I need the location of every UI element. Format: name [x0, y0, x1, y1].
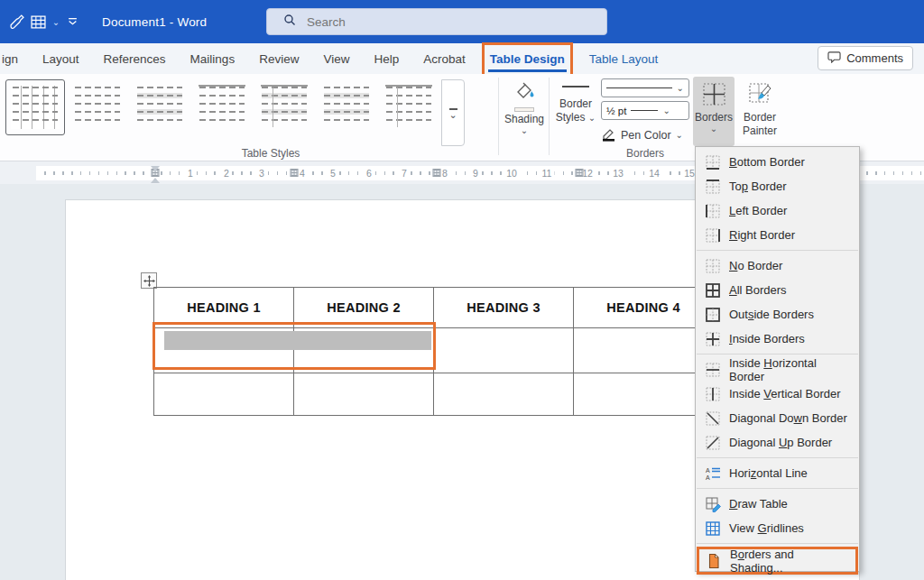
comments-button[interactable]: Comments: [818, 46, 913, 70]
svg-text:A: A: [706, 467, 710, 474]
table-style-thumbnail-selected[interactable]: [5, 79, 65, 135]
table-header-cell[interactable]: HEADING 2: [294, 288, 434, 328]
menu-item-no-border[interactable]: No Border: [696, 253, 859, 278]
search-bar[interactable]: [266, 8, 607, 35]
menu-item-draw-table[interactable]: Draw Table: [696, 492, 859, 516]
customize-quick-access-icon[interactable]: [63, 13, 81, 31]
borders-dropdown-button[interactable]: Borders ⌄: [693, 77, 735, 146]
menu-item-diagonal-up-border[interactable]: Diagonal Up Border: [696, 430, 859, 455]
menu-item-horizontal-line[interactable]: AA Horizontal Line: [696, 461, 859, 485]
tab-layout[interactable]: Layout: [42, 43, 79, 74]
format-painter-icon[interactable]: [7, 13, 25, 31]
menu-separator: [697, 354, 858, 354]
table-header-cell[interactable]: HEADING 1: [154, 288, 294, 328]
menu-item-view-gridlines[interactable]: View Gridlines: [696, 516, 859, 540]
table-cell[interactable]: [154, 373, 294, 416]
tab-mailings[interactable]: Mailings: [190, 43, 236, 74]
all-borders-icon: [705, 282, 721, 299]
table-cell[interactable]: [434, 328, 574, 373]
menu-item-borders-and-shading[interactable]: Borders and Shading...: [697, 547, 858, 575]
table-cell[interactable]: [434, 373, 574, 416]
svg-text:A: A: [706, 474, 710, 481]
line-weight-dropdown[interactable]: ½ pt ⌄: [601, 101, 689, 120]
line-style-sample: [606, 87, 672, 89]
menu-item-inside-horizontal-border[interactable]: Inside Horizontal Border: [696, 357, 859, 382]
window-title: Document1 - Word: [102, 0, 207, 43]
inside-vertical-border-icon: [705, 386, 721, 402]
border-styles-line-icon: [562, 86, 589, 87]
table-styles-more-button[interactable]: ⌄: [441, 79, 465, 146]
tab-references[interactable]: References: [104, 43, 166, 74]
border-painter-button[interactable]: Border Painter: [737, 77, 782, 137]
selected-cells-highlight: [164, 331, 431, 350]
table-cell[interactable]: [294, 373, 434, 416]
table-header-cell[interactable]: HEADING 3: [434, 288, 574, 328]
chevron-down-icon: ⌄: [677, 83, 684, 93]
inside-horizontal-border-icon: [705, 362, 721, 378]
line-style-dropdown[interactable]: ⌄: [601, 78, 689, 97]
tab-table-layout[interactable]: Table Layout: [589, 43, 659, 74]
diagonal-up-border-icon: [705, 435, 721, 451]
shading-color-bar: [514, 107, 534, 112]
menu-item-diagonal-down-border[interactable]: Diagonal Down Border: [696, 406, 859, 430]
borders-and-shading-icon: [706, 553, 722, 569]
shading-dropdown-chevron[interactable]: ⌄: [521, 127, 528, 134]
menu-item-top-border[interactable]: Top Border: [696, 174, 859, 198]
table-style-thumbnail[interactable]: [254, 79, 314, 135]
tab-help[interactable]: Help: [374, 43, 399, 74]
right-border-icon: [705, 227, 721, 244]
tab-view[interactable]: View: [323, 43, 349, 74]
menu-separator: [697, 457, 858, 458]
line-weight-sample: [631, 110, 658, 112]
tab-review[interactable]: Review: [259, 43, 299, 74]
diagonal-down-border-icon: [705, 410, 721, 427]
menu-item-right-border[interactable]: Right Border: [696, 223, 859, 247]
table-style-thumbnail[interactable]: [317, 79, 376, 135]
borders-dropdown-menu: Bottom Border Top Border Left Border Rig…: [695, 146, 860, 572]
hanging-indent-marker[interactable]: [151, 173, 160, 183]
left-border-icon: [705, 203, 721, 219]
no-border-icon: [705, 258, 721, 274]
menu-separator: [697, 250, 858, 251]
table-row: [154, 373, 714, 416]
table-style-thumbnail[interactable]: [379, 79, 439, 135]
word-window: ⌄ Document1 - Word ign Layout References…: [0, 0, 924, 580]
borders-grid-icon: [702, 82, 726, 110]
menu-separator: [697, 543, 858, 544]
ruler-column-marker[interactable]: [433, 169, 441, 177]
search-input[interactable]: [307, 15, 559, 29]
table-cell[interactable]: [574, 373, 714, 416]
move-arrows-icon: [143, 275, 155, 287]
menu-item-bottom-border[interactable]: Bottom Border: [696, 150, 859, 174]
outside-borders-icon: [705, 307, 721, 323]
table-styles-group-label: Table Styles: [135, 147, 406, 160]
table-style-thumbnail[interactable]: [130, 79, 189, 135]
table-style-thumbnail[interactable]: [192, 79, 252, 135]
table-cell[interactable]: [574, 328, 714, 373]
tab-table-design[interactable]: Table Design: [490, 43, 565, 74]
chevron-down-icon[interactable]: ⌄: [47, 13, 65, 31]
shading-bucket-icon: [513, 78, 536, 105]
ruler-column-marker[interactable]: [291, 169, 299, 177]
table-header-cell[interactable]: HEADING 4: [574, 288, 714, 328]
table-style-thumbnail[interactable]: [68, 79, 127, 135]
tab-acrobat[interactable]: Acrobat: [423, 43, 466, 74]
menu-item-inside-borders[interactable]: Inside Borders: [696, 327, 859, 351]
shading-button[interactable]: Shading ⌄: [502, 78, 547, 134]
search-icon: [283, 14, 296, 30]
menu-item-left-border[interactable]: Left Border: [696, 198, 859, 223]
document-table[interactable]: HEADING 1 HEADING 2 HEADING 3 HEADING 4: [153, 287, 714, 416]
menu-item-outside-borders[interactable]: Outside Borders: [696, 302, 859, 327]
inside-borders-icon: [705, 331, 721, 347]
table-styles-gallery: ⌄: [5, 79, 465, 146]
tab-design-partial[interactable]: ign: [2, 43, 18, 74]
ruler-column-marker[interactable]: [576, 169, 584, 177]
border-styles-button[interactable]: Border Styles ⌄: [552, 78, 599, 124]
chevron-down-icon: ⌄: [710, 125, 717, 133]
menu-item-all-borders[interactable]: All Borders: [696, 278, 859, 302]
quick-access-table-icon[interactable]: [29, 13, 47, 31]
menu-item-inside-vertical-border[interactable]: Inside Vertical Border: [696, 382, 859, 406]
bottom-border-icon: [705, 154, 721, 170]
pen-color-button[interactable]: Pen Color ⌄: [601, 125, 689, 145]
border-painter-icon: [748, 82, 772, 110]
